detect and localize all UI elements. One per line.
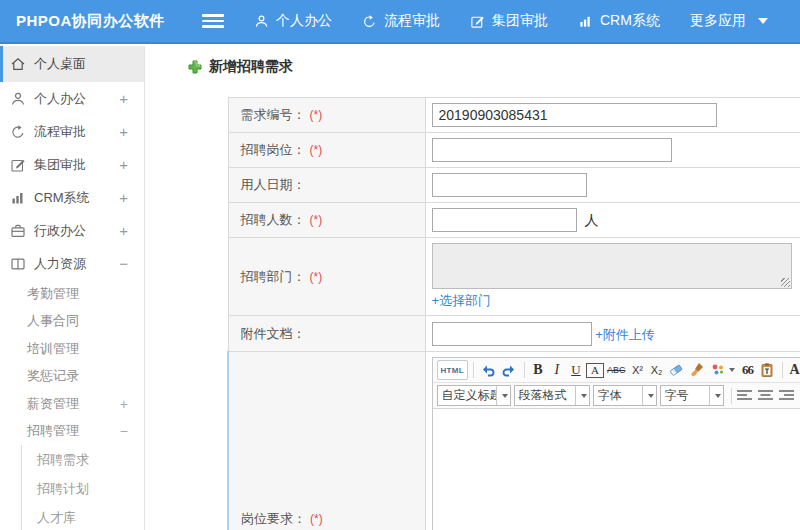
align-right-icon[interactable]	[778, 389, 795, 403]
expand-icon[interactable]: +	[119, 189, 128, 206]
field-label: 招聘部门：	[241, 269, 306, 284]
sidebar-item-hr-contract[interactable]: 人事合同	[0, 308, 144, 336]
caret-down-icon	[575, 386, 589, 405]
sidebar-item-group-approval[interactable]: 集团审批 +	[0, 148, 144, 181]
expand-icon[interactable]: +	[119, 222, 128, 239]
sidebar-item-label: 考勤管理	[27, 285, 79, 303]
caret-down-icon	[709, 386, 723, 405]
eraser-icon[interactable]	[666, 360, 686, 380]
top-bar: PHPOA协同办公软件 个人办公 流程审批 集团审批 CRM系统 更多应用	[0, 0, 800, 44]
sidebar-item-label: 招聘计划	[37, 480, 89, 498]
user-icon	[254, 14, 269, 29]
expand-icon[interactable]: +	[119, 123, 128, 140]
sidebar-item-recruit-demand[interactable]: 招聘需求	[22, 445, 144, 474]
top-nav: 个人办公 流程审批 集团审批 CRM系统 更多应用	[254, 12, 798, 30]
custom-title-select[interactable]: 自定义标题	[437, 385, 511, 406]
sidebar-item-label: 流程审批	[34, 123, 86, 141]
app-window: PHPOA协同办公软件 个人办公 流程审批 集团审批 CRM系统 更多应用	[0, 0, 800, 530]
font-border-button[interactable]: A	[586, 363, 604, 378]
sidebar-item-label: 招聘需求	[37, 451, 89, 469]
sidebar-item-rewards[interactable]: 奖惩记录	[0, 363, 144, 391]
font-family-select[interactable]: 字体	[593, 385, 657, 406]
edit-icon	[470, 14, 485, 29]
sidebar-item-attendance[interactable]: 考勤管理	[0, 280, 144, 308]
underline-button[interactable]: U	[567, 360, 585, 380]
field-label: 岗位要求：	[241, 511, 306, 526]
sidebar-item-label: 行政办公	[34, 222, 86, 240]
sidebar-item-workflow-approval[interactable]: 流程审批 +	[0, 115, 144, 148]
sidebar-item-salary[interactable]: 薪资管理 +	[0, 390, 144, 418]
sidebar-item-label: 集团审批	[34, 156, 86, 174]
paragraph-format-select[interactable]: 段落格式	[514, 385, 590, 406]
expand-icon[interactable]: +	[119, 90, 128, 107]
italic-button[interactable]: I	[548, 360, 566, 380]
field-label: 需求编号：	[241, 107, 306, 122]
sidebar-item-label: 培训管理	[27, 340, 79, 358]
emotion-icon[interactable]	[708, 360, 737, 380]
department-textarea[interactable]	[432, 243, 792, 289]
align-center-icon[interactable]	[757, 389, 774, 403]
paste-icon[interactable]	[757, 360, 777, 380]
bold-button[interactable]: B	[529, 360, 547, 380]
sidebar-item-admin-office[interactable]: 行政办公 +	[0, 214, 144, 247]
form-row-position: 招聘岗位：(*)	[228, 133, 800, 168]
toolbar-separator	[731, 388, 732, 404]
expand-icon[interactable]: +	[119, 156, 128, 173]
hire-date-input[interactable]	[432, 173, 587, 197]
sidebar-item-label: 个人办公	[34, 90, 86, 108]
sidebar-item-desktop[interactable]: 个人桌面	[0, 46, 144, 82]
sidebar-item-label: CRM系统	[34, 189, 90, 207]
add-icon	[188, 60, 202, 74]
nav-crm-system[interactable]: CRM系统	[578, 12, 660, 30]
caret-down-icon	[496, 386, 510, 405]
form-row-department: 招聘部门：(*) +选择部门	[228, 238, 800, 316]
attachment-input[interactable]	[432, 322, 592, 346]
attachment-upload-link[interactable]: +附件上传	[595, 327, 655, 342]
sidebar-item-hr[interactable]: 人力资源 −	[0, 247, 144, 280]
sidebar-item-recruit-plan[interactable]: 招聘计划	[22, 474, 144, 503]
headcount-input[interactable]	[432, 208, 577, 232]
form-row-attachment: 附件文档： +附件上传	[228, 316, 800, 352]
demand-number-input[interactable]	[432, 103, 717, 127]
editor-toolbar-row1: HTML B I U A	[433, 358, 800, 383]
briefcase-icon	[10, 223, 26, 239]
nav-group-approval[interactable]: 集团审批	[470, 12, 548, 30]
required-mark: (*)	[310, 213, 323, 227]
nav-label: 集团审批	[492, 12, 548, 30]
strikethrough-button[interactable]: ABC	[605, 360, 628, 380]
sidebar: 个人桌面 个人办公 + 流程审批 + 集团审批 + CRM系统 + 行政办公 +	[0, 46, 145, 530]
collapse-icon[interactable]: −	[120, 423, 128, 439]
collapse-icon[interactable]: −	[119, 255, 128, 272]
sidebar-item-training[interactable]: 培训管理	[0, 335, 144, 363]
superscript-button[interactable]: X²	[628, 360, 646, 380]
font-size-select[interactable]: 字号	[660, 385, 724, 406]
book-icon	[10, 256, 26, 272]
form-row-count: 招聘人数：(*) 人	[228, 203, 800, 238]
expand-icon[interactable]: +	[120, 396, 128, 412]
nav-more-apps[interactable]: 更多应用	[690, 12, 768, 30]
nav-personal-office[interactable]: 个人办公	[254, 12, 332, 30]
editor-content-area[interactable]	[433, 409, 800, 530]
rich-text-editor: HTML B I U A	[432, 357, 800, 530]
sidebar-item-talent-pool[interactable]: 人才库	[22, 503, 144, 530]
nav-workflow-approval[interactable]: 流程审批	[362, 12, 440, 30]
source-code-button[interactable]: HTML	[437, 360, 468, 380]
subscript-button[interactable]: X₂	[647, 360, 665, 380]
redo-icon[interactable]	[499, 360, 519, 380]
position-input[interactable]	[432, 138, 672, 162]
menu-toggle-icon[interactable]	[202, 14, 224, 28]
sidebar-item-label: 薪资管理	[27, 395, 79, 413]
sidebar-item-personal-office[interactable]: 个人办公 +	[0, 82, 144, 115]
format-brush-icon[interactable]	[687, 360, 707, 380]
sidebar-item-crm[interactable]: CRM系统 +	[0, 181, 144, 214]
sidebar-item-recruitment[interactable]: 招聘管理 −	[0, 418, 144, 446]
blockquote-button[interactable]: 66	[738, 360, 756, 380]
select-department-link[interactable]: +选择部门	[432, 293, 492, 308]
align-left-icon[interactable]	[736, 389, 753, 403]
undo-icon[interactable]	[478, 360, 498, 380]
field-label: 招聘人数：	[241, 212, 306, 227]
edit-icon	[10, 157, 26, 173]
page-title: 新增招聘需求	[188, 58, 293, 76]
editor-toolbar-row2: 自定义标题 段落格式 字体	[433, 383, 800, 409]
font-color-button[interactable]: A	[787, 360, 800, 380]
